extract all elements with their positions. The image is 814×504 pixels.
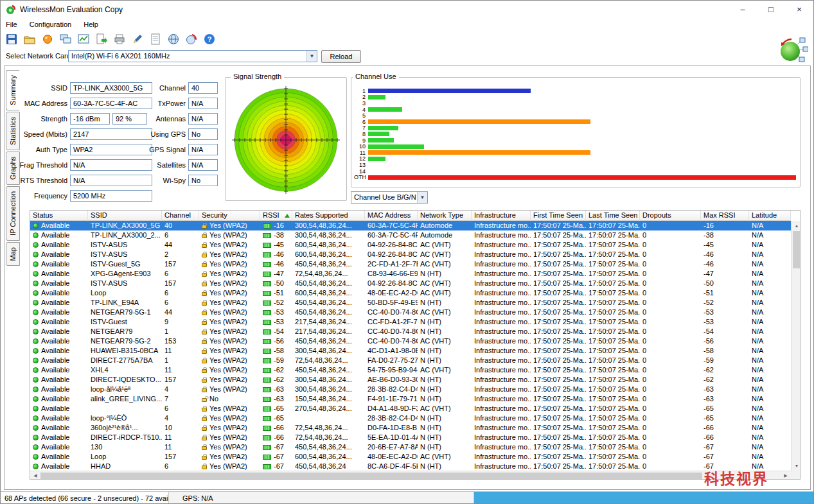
channel-use-dropdown[interactable]: Channel Use B/G/N ▼	[351, 191, 428, 204]
column-header-first-time-seen[interactable]: First Time Seen	[531, 211, 586, 221]
rssi-text: -54	[274, 327, 284, 336]
status-text: Available	[41, 288, 69, 298]
column-header-label: Rates Supported	[295, 211, 348, 219]
graph-window-icon[interactable]	[75, 31, 92, 47]
close-button[interactable]: ×	[785, 1, 813, 19]
menu-help[interactable]: Help	[84, 19, 98, 30]
column-header-security[interactable]: Security	[199, 211, 260, 221]
rssi-text: -65	[274, 404, 284, 413]
table-row[interactable]: Available360ojè²¹è®å¹...10Yes (WPA2)-667…	[30, 423, 791, 433]
lock-icon	[202, 465, 207, 469]
field-label-wi-spy: Wi-Spy	[132, 175, 186, 186]
scroll-right-icon[interactable]: ▶	[781, 471, 791, 480]
column-header-last-time-seen[interactable]: Last Time Seen	[586, 211, 640, 221]
status-available-icon	[33, 396, 39, 402]
reload-cards-button[interactable]: Reload Cards	[321, 50, 361, 63]
table-row[interactable]: AvailableXHL411Yes (WPA2)-62450,54,48,36…	[30, 365, 791, 375]
chevron-down-icon[interactable]: ▼	[306, 51, 317, 62]
column-header-latitude[interactable]: Latitude	[749, 211, 791, 221]
chevron-down-icon[interactable]: ▼	[417, 192, 427, 203]
window-title: WirelessMon Evaluation Copy	[20, 5, 123, 14]
column-header-max-rssi[interactable]: Max RSSI	[701, 211, 749, 221]
tab-summary[interactable]: Summary	[6, 70, 20, 110]
table-row[interactable]: Available13011Yes (WPA2)-67450,54,48,36,…	[30, 442, 791, 452]
scroll-down-icon[interactable]: ▼	[792, 461, 801, 471]
column-header-rates-supported[interactable]: Rates Supported	[292, 211, 365, 221]
tab-label: Graphs	[9, 157, 17, 180]
column-header-ssid[interactable]: SSID	[88, 211, 162, 221]
table-row[interactable]: AvailableHHAD6Yes (WPA2)-67450,54,48,36,…	[30, 462, 791, 471]
field-label-txpower: TxPower	[132, 98, 186, 109]
column-header-status[interactable]: Status	[30, 211, 88, 221]
table-row[interactable]: AvailableDIRECT-iRDCP-T510...11Yes (WPA2…	[30, 433, 791, 442]
pen-icon[interactable]	[129, 31, 146, 47]
network-cards-icon[interactable]	[57, 31, 74, 47]
notes-icon[interactable]	[147, 31, 164, 47]
lock-icon	[202, 263, 207, 267]
channel-label: 10	[354, 143, 366, 150]
tab-ip-connection[interactable]: IP Connection	[6, 186, 20, 241]
column-header-infrastructure[interactable]: Infrastructure	[472, 211, 531, 221]
signal-level-icon	[263, 291, 271, 296]
channel-label: 6	[354, 119, 366, 125]
tab-map[interactable]: Map	[6, 242, 20, 266]
export-icon[interactable]	[93, 31, 110, 47]
signal-level-icon	[263, 223, 271, 229]
lock-icon	[202, 244, 207, 248]
table-row[interactable]: AvailableLoop6Yes (WPA2)-51600,54,48,36,…	[30, 288, 791, 298]
column-header-dropouts[interactable]: Dropouts	[640, 211, 701, 221]
lock-icon	[202, 340, 207, 344]
table-row[interactable]: Availablealink_GREE_LIVING...7No-63150,5…	[30, 394, 791, 404]
table-row[interactable]: AvailableDIRECT-IQDESKTO...157Yes (WPA2)…	[30, 375, 791, 385]
signal-gauge-svg	[227, 83, 345, 197]
table-row[interactable]: AvailableNETGEAR791Yes (WPA2)-54217,54,4…	[30, 327, 791, 336]
table-row[interactable]: AvailableHUAWEI-B315-0BCA11Yes (WPA2)-58…	[30, 346, 791, 356]
table-row[interactable]: AvailableLoop157Yes (WPA2)-67600,54,48,3…	[30, 452, 791, 462]
column-header-channel[interactable]: Channel	[162, 211, 199, 221]
save-icon[interactable]	[3, 31, 20, 47]
help-icon[interactable]: ?	[201, 31, 218, 47]
table-row[interactable]: Availableloop-°l¼ÈÒ4Yes (WPA2)-6528-3B-8…	[30, 413, 791, 423]
vertical-scrollbar[interactable]: ▲ ▼	[791, 221, 801, 471]
tab-statistics[interactable]: Statistics	[6, 112, 20, 150]
table-row[interactable]: Available6Yes (WPA2)-65270,54,48,36,24..…	[30, 404, 791, 413]
printer-icon[interactable]	[111, 31, 128, 47]
status-available-icon	[33, 464, 39, 469]
table-row[interactable]: AvailableNETGEAR79-5G-2153Yes (WPA2)-564…	[30, 336, 791, 346]
scroll-up-icon[interactable]: ▲	[792, 221, 801, 230]
open-folder-icon[interactable]	[21, 31, 38, 47]
horizontal-scroll-thumb[interactable]	[40, 473, 702, 480]
column-header-network-type[interactable]: Network Type	[418, 211, 472, 221]
table-row[interactable]: AvailableISTV-ASUS2Yes (WPA2)-46600,54,4…	[30, 250, 791, 259]
channel-label: 1	[354, 88, 366, 94]
network-card-dropdown[interactable]: Intel(R) Wi-Fi 6 AX201 160MHz ▼	[68, 50, 317, 62]
field-label-frag-threshold: Frag Threshold	[19, 159, 67, 171]
table-row[interactable]: AvailableISTV-Guest9Yes (WPA2)-53217,54,…	[30, 317, 791, 327]
vertical-scroll-thumb[interactable]	[793, 231, 801, 268]
lock-icon	[202, 254, 207, 257]
table-row[interactable]: AvailableISTV-ASUS157Yes (WPA2)-50450,54…	[30, 279, 791, 288]
start-logging-icon[interactable]	[39, 31, 56, 47]
network-card-value: Intel(R) Wi-Fi 6 AX201 160MHz	[71, 52, 170, 60]
horizontal-scrollbar[interactable]: ◀ ▶	[30, 471, 791, 480]
column-header-rssi[interactable]: RSSI	[260, 211, 292, 221]
table-row[interactable]: AvailableISTV-Guest_5G157Yes (WPA2)-4645…	[30, 259, 791, 269]
menu-configuration[interactable]: Configuration	[30, 19, 71, 30]
rssi-text: -65	[274, 413, 284, 423]
table-row[interactable]: AvailableDIRECT-2775A7BA1Yes (WPA2)-5972…	[30, 356, 791, 365]
web-update-icon[interactable]	[183, 31, 200, 47]
tab-graphs[interactable]: Graphs	[6, 152, 20, 185]
scroll-left-icon[interactable]: ◀	[30, 471, 40, 480]
minimize-button[interactable]: –	[729, 1, 757, 19]
globe-icon[interactable]	[165, 31, 182, 47]
table-row[interactable]: Availableloop-ål¼å¹ëª4Yes (WPA2)-63300,5…	[30, 385, 791, 394]
table-row[interactable]: AvailableXPG-GAgent-E9036Yes (WPA2)-4772…	[30, 269, 791, 279]
column-header-mac-address[interactable]: MAC Address	[365, 211, 418, 221]
maximize-button[interactable]: □	[757, 1, 785, 19]
table-row[interactable]: AvailableISTV-ASUS44Yes (WPA2)-45600,54,…	[30, 240, 791, 250]
table-row[interactable]: AvailableTP-LINK_E94A6Yes (WPA2)-52450,5…	[30, 298, 791, 308]
menu-file[interactable]: File	[6, 19, 17, 30]
table-row[interactable]: AvailableNETGEAR79-5G-144Yes (WPA2)-5345…	[30, 308, 791, 317]
table-row[interactable]: AvailableTP-LINK_AX3000_5G40Yes (WPA2)-1…	[30, 221, 791, 230]
table-row[interactable]: AvailableTP-LINK_AX3000_2...6Yes (WPA2)-…	[30, 230, 791, 240]
